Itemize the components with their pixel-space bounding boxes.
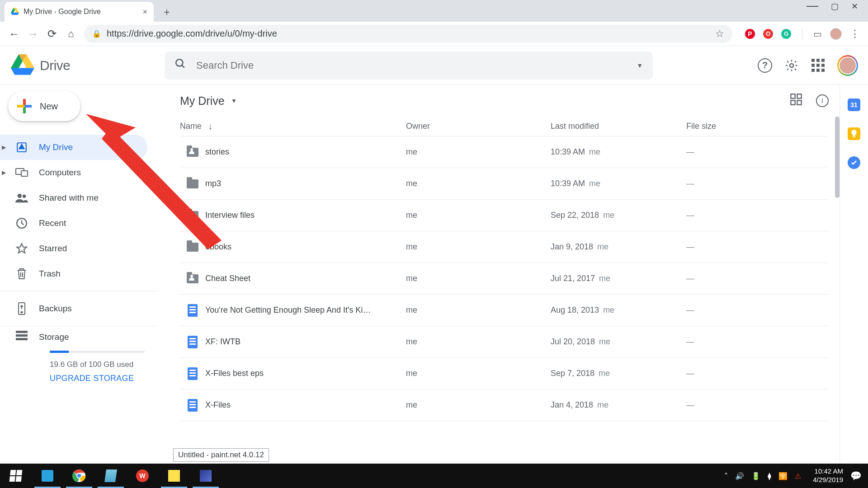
browser-tab[interactable]: My Drive - Google Drive × (5, 2, 154, 22)
calendar-addon-icon[interactable]: 31 (848, 99, 860, 111)
file-row[interactable]: X-Files best epsmeSep 7, 2018 me— (180, 358, 829, 389)
file-owner: me (406, 211, 551, 220)
sort-arrow-icon[interactable]: ↓ (208, 121, 212, 131)
breadcrumb-dropdown-icon[interactable]: ▼ (231, 97, 237, 104)
file-row[interactable]: storiesme10:39 AM me— (180, 136, 829, 168)
file-name: You're Not Getting Enough Sleep And It's… (205, 305, 406, 315)
file-modified: Jul 21, 2017 me (551, 274, 686, 283)
caret-icon[interactable]: ▶ (2, 144, 6, 150)
nav-back-icon[interactable]: ← (8, 28, 20, 40)
pinterest-ext-icon[interactable]: P (745, 29, 755, 39)
profile-avatar-icon[interactable] (830, 28, 842, 40)
sidebar-item-label: Backups (39, 304, 72, 314)
file-modified: Jan 9, 2018 me (551, 242, 686, 252)
notifications-icon[interactable]: 💬 (850, 470, 862, 481)
file-name: X-Files (205, 400, 406, 410)
nav-forward-icon[interactable]: → (27, 28, 39, 40)
file-row[interactable]: Cheat SheetmeJul 21, 2017 me— (180, 263, 829, 295)
svg-rect-24 (16, 334, 28, 337)
taskbar-app-sticky[interactable] (158, 464, 190, 488)
tray-wifi-icon[interactable]: 🛜 (778, 472, 788, 480)
taskbar-app-chrome[interactable] (63, 464, 95, 488)
taskbar-app-cortana[interactable] (32, 464, 63, 488)
file-owner: me (406, 400, 551, 410)
sidebar-item-backups[interactable]: Backups (0, 296, 147, 321)
sidebar-item-recent[interactable]: Recent (0, 211, 147, 236)
browser-menu-icon[interactable]: ⋮ (850, 28, 860, 40)
google-apps-icon[interactable] (811, 59, 825, 72)
breadcrumb-current[interactable]: My Drive (180, 94, 225, 108)
search-options-icon[interactable]: ▼ (637, 62, 643, 69)
svg-point-16 (23, 195, 26, 198)
upgrade-storage-link[interactable]: UPGRADE STORAGE (50, 374, 158, 383)
tasks-addon-icon[interactable] (848, 156, 860, 169)
file-name: mp3 (205, 179, 406, 188)
taskbar-app-notepad[interactable] (95, 464, 127, 488)
nav-home-icon[interactable]: ⌂ (65, 28, 77, 40)
col-name-label[interactable]: Name (180, 122, 202, 131)
new-button[interactable]: New (8, 91, 80, 121)
sidebar-item-my-drive[interactable]: ▶ My Drive (0, 135, 147, 160)
file-modified: Sep 22, 2018 me (551, 211, 686, 220)
scrollbar-thumb[interactable] (835, 117, 840, 198)
taskbar-app-paintnet[interactable] (190, 464, 222, 488)
sidebar-item-computers[interactable]: ▶ Computers (0, 160, 147, 185)
search-box[interactable]: ▼ (165, 52, 653, 80)
col-modified-label[interactable]: Last modified (551, 122, 599, 131)
start-button[interactable] (0, 464, 32, 488)
help-icon[interactable]: ? (758, 58, 772, 73)
new-tab-button[interactable]: + (159, 5, 175, 20)
file-name: XF: IWTB (205, 337, 406, 347)
taskbar-app-wordpad[interactable]: W (127, 464, 158, 488)
sidebar-item-shared[interactable]: Shared with me (0, 185, 147, 211)
caret-icon[interactable]: ▶ (2, 169, 6, 176)
ublock-ext-icon[interactable]: O (763, 29, 773, 39)
tray-dropbox-icon[interactable]: ⧫ (768, 472, 771, 480)
cast-icon[interactable]: ▭ (813, 28, 822, 39)
tray-battery-icon[interactable]: 🔋 (751, 472, 760, 480)
col-owner-label[interactable]: Owner (406, 122, 430, 131)
account-avatar[interactable] (837, 55, 858, 76)
google-doc-icon (180, 367, 205, 380)
taskbar-clock[interactable]: 10:42 AM 4/29/2019 (813, 467, 843, 484)
svg-point-10 (790, 64, 793, 67)
sidebar: New ▶ My Drive ▶ Computers (0, 85, 158, 464)
search-input[interactable] (196, 60, 627, 71)
grammarly-ext-icon[interactable]: G (781, 29, 791, 39)
drive-logo-icon (11, 54, 34, 77)
file-name: Interview files (205, 211, 406, 220)
tray-chevron-icon[interactable]: ˄ (724, 472, 728, 480)
col-size-label[interactable]: File size (686, 122, 716, 131)
svg-rect-29 (797, 100, 801, 104)
sidebar-item-trash[interactable]: Trash (0, 261, 147, 286)
file-row[interactable]: XF: IWTBmeJul 20, 2018 me— (180, 326, 829, 358)
svg-point-15 (18, 194, 22, 198)
tray-volume-icon[interactable]: 🔊 (735, 472, 744, 480)
file-row[interactable]: ebooksmeJan 9, 2018 me— (180, 231, 829, 263)
storage-icon (15, 331, 28, 343)
details-info-icon[interactable]: i (816, 94, 829, 107)
file-row[interactable]: Interview filesmeSep 22, 2018 me— (180, 200, 829, 231)
window-maximize-icon[interactable]: ▢ (831, 1, 839, 15)
drive-logo[interactable]: Drive (11, 54, 165, 77)
file-row[interactable]: X-FilesmeJan 4, 2018 me— (180, 389, 829, 421)
nav-reload-icon[interactable]: ⟳ (46, 28, 58, 40)
svg-rect-27 (797, 94, 801, 98)
tab-close-icon[interactable]: × (142, 7, 147, 17)
backups-icon (15, 302, 28, 315)
keep-addon-icon[interactable] (848, 127, 860, 140)
sidebar-item-starred[interactable]: Starred (0, 236, 147, 261)
window-close-icon[interactable]: ✕ (851, 1, 858, 15)
sidebar-item-storage[interactable]: Storage (0, 331, 158, 343)
bookmark-star-icon[interactable]: ☆ (715, 28, 724, 40)
settings-gear-icon[interactable] (785, 59, 798, 72)
file-row[interactable]: mp3me10:39 AM me— (180, 168, 829, 200)
view-grid-icon[interactable] (790, 93, 802, 109)
file-row[interactable]: You're Not Getting Enough Sleep And It's… (180, 295, 829, 326)
window-minimize-icon[interactable]: — (807, 0, 818, 13)
address-bar[interactable]: 🔒 https://drive.google.com/drive/u/0/my-… (84, 25, 732, 43)
tray-security-icon[interactable]: ⚠ (795, 472, 801, 480)
file-owner: me (406, 242, 551, 252)
main-content: My Drive ▼ i Name ↓ Owner Last modified … (158, 85, 840, 464)
windows-taskbar: W ˄ 🔊 🔋 ⧫ 🛜 ⚠ 10:42 AM 4/29/2019 💬 (0, 464, 868, 488)
